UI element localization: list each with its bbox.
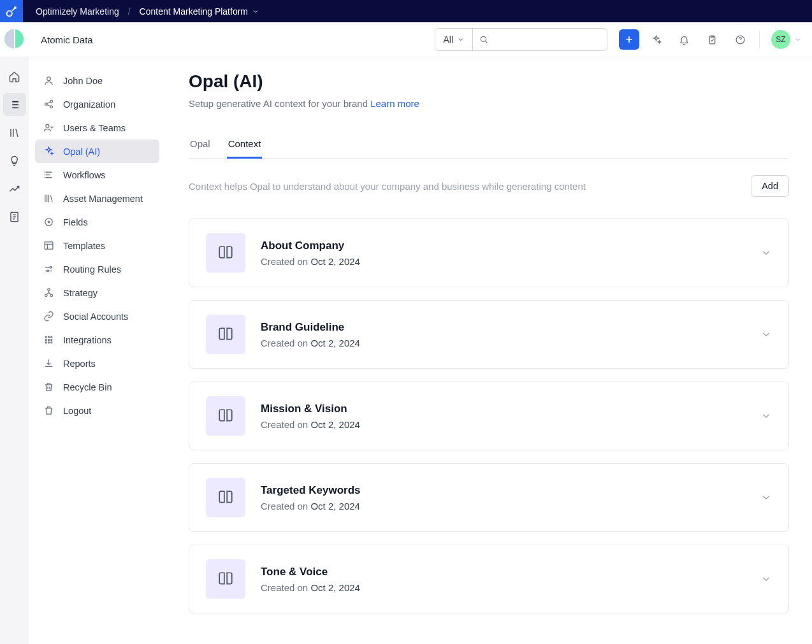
document-icon: [8, 211, 20, 223]
grid-icon: [43, 334, 54, 345]
target-icon: [43, 217, 54, 227]
breadcrumb-root[interactable]: Optimizely Marketing: [36, 6, 119, 17]
context-cards: About CompanyCreated on Oct 2, 2024Brand…: [189, 218, 789, 613]
main-content: Opal (AI) Setup generative AI context fo…: [166, 57, 812, 644]
workspace-avatar[interactable]: [4, 29, 24, 48]
help-icon: [735, 34, 746, 45]
link-icon: [43, 311, 54, 322]
card-title: Mission & Vision: [261, 403, 745, 415]
section-header: Context helps Opal to understand about y…: [189, 175, 789, 197]
svg-point-15: [47, 289, 50, 291]
sidebar-item-label: Logout: [63, 406, 91, 416]
book-icon: [206, 396, 245, 436]
svg-point-21: [45, 339, 47, 340]
sidebar-item-templates[interactable]: Templates: [35, 234, 159, 257]
svg-point-25: [48, 342, 49, 343]
search-icon: [479, 34, 488, 45]
sidebar-item-label: Recycle Bin: [63, 382, 112, 392]
sidebar-item-users-teams[interactable]: Users & Teams: [35, 116, 159, 140]
context-card[interactable]: Brand GuidelineCreated on Oct 2, 2024: [189, 300, 789, 369]
trend-icon: [8, 183, 20, 195]
tabs: Opal Context: [189, 132, 789, 159]
search-filter-label: All: [443, 34, 453, 45]
rail-ideas[interactable]: [3, 149, 26, 172]
user-menu[interactable]: SZ: [767, 30, 802, 49]
card-title: Brand Guideline: [261, 321, 745, 334]
sidebar-item-organization[interactable]: Organization: [35, 92, 159, 116]
breadcrumb: Optimizely Marketing / Content Marketing…: [23, 6, 259, 17]
tasks-button[interactable]: [700, 28, 723, 51]
sidebar-item-label: Organization: [63, 99, 115, 110]
help-button[interactable]: [729, 28, 751, 51]
create-button[interactable]: [619, 29, 639, 50]
sidebar-item-workflows[interactable]: Workflows: [35, 163, 159, 187]
sidebar-item-reports[interactable]: Reports: [35, 352, 159, 375]
book-icon: [206, 478, 245, 517]
tab-context[interactable]: Context: [227, 132, 263, 159]
sidebar-item-strategy[interactable]: Strategy: [35, 281, 159, 304]
hierarchy-icon: [43, 287, 54, 298]
sidebar-item-label: Reports: [63, 359, 96, 369]
add-button[interactable]: Add: [751, 175, 789, 197]
card-meta: Created on Oct 2, 2024: [261, 338, 745, 348]
context-card[interactable]: Targeted KeywordsCreated on Oct 2, 2024: [189, 463, 789, 532]
svg-rect-12: [45, 242, 53, 249]
sidebar-item-label: Workflows: [63, 170, 106, 180]
context-card[interactable]: Tone & VoiceCreated on Oct 2, 2024: [189, 545, 789, 613]
context-card[interactable]: About CompanyCreated on Oct 2, 2024: [189, 218, 789, 287]
sidebar-item-integrations[interactable]: Integrations: [35, 328, 159, 352]
svg-point-23: [50, 339, 52, 340]
sidebar-item-label: Asset Management: [63, 194, 143, 204]
sidebar-item-logout[interactable]: Logout: [35, 399, 159, 422]
svg-point-18: [45, 336, 47, 338]
sidebar-item-recycle-bin[interactable]: Recycle Bin: [35, 375, 159, 399]
rail-list[interactable]: [3, 93, 26, 116]
ai-sparkle-button[interactable]: [644, 28, 667, 51]
rail-library[interactable]: [3, 121, 26, 144]
app-logo[interactable]: [0, 0, 23, 22]
card-meta: Created on Oct 2, 2024: [261, 582, 745, 593]
bell-icon: [679, 34, 690, 45]
svg-point-11: [48, 221, 50, 223]
breadcrumb-current-dropdown[interactable]: Content Marketing Platform: [140, 6, 259, 17]
rail-home[interactable]: [3, 65, 26, 88]
sidebar-item-label: Routing Rules: [63, 264, 121, 275]
svg-point-10: [45, 218, 52, 225]
sidebar-item-label: Opal (AI): [63, 147, 100, 157]
sidebar-item-fields[interactable]: Fields: [35, 210, 159, 234]
chevron-down-icon: [760, 492, 772, 503]
book-icon: [206, 233, 245, 273]
card-title: About Company: [261, 240, 745, 252]
chevron-down-icon: [252, 8, 259, 15]
sidebar-item-label: Fields: [63, 217, 88, 227]
org-name: Atomic Data: [41, 34, 93, 45]
search-input[interactable]: [493, 34, 600, 45]
learn-more-link[interactable]: Learn more: [370, 98, 419, 109]
download-icon: [43, 358, 54, 369]
sidebar-item-profile[interactable]: John Doe: [35, 69, 159, 92]
search-filter-dropdown[interactable]: All: [435, 29, 473, 50]
svg-point-14: [47, 270, 48, 272]
page-subtitle: Setup generative AI context for your bra…: [189, 98, 789, 109]
sidebar-item-asset-management[interactable]: Asset Management: [35, 187, 159, 210]
list-icon: [8, 99, 20, 111]
chevron-down-icon: [457, 36, 465, 43]
notifications-button[interactable]: [672, 28, 695, 51]
main-layout: John Doe Organization Users & Teams Opal…: [0, 57, 812, 644]
rail-docs[interactable]: [3, 205, 26, 228]
card-title: Tone & Voice: [261, 566, 745, 578]
home-icon: [8, 71, 20, 83]
chevron-down-icon: [760, 247, 772, 259]
context-card[interactable]: Mission & VisionCreated on Oct 2, 2024: [189, 382, 789, 450]
sidebar-item-social-accounts[interactable]: Social Accounts: [35, 304, 159, 328]
tab-opal[interactable]: Opal: [189, 132, 212, 159]
sliders-icon: [43, 264, 54, 275]
card-meta: Created on Oct 2, 2024: [261, 256, 745, 267]
book-icon: [206, 315, 245, 354]
sidebar-item-opal-ai[interactable]: Opal (AI): [35, 140, 159, 163]
page-subtitle-text: Setup generative AI context for your bra…: [189, 98, 370, 109]
card-body: Brand GuidelineCreated on Oct 2, 2024: [261, 321, 745, 348]
chevron-down-icon: [794, 36, 802, 43]
sidebar-item-routing-rules[interactable]: Routing Rules: [35, 257, 159, 281]
rail-analytics[interactable]: [3, 177, 26, 200]
